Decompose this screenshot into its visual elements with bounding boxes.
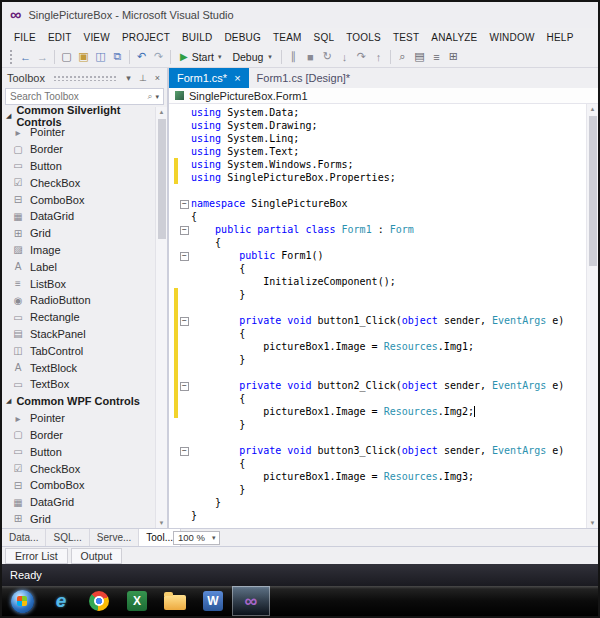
internet-explorer-icon[interactable]: e bbox=[42, 586, 80, 616]
menu-item-window[interactable]: WINDOW bbox=[484, 32, 541, 43]
code-line[interactable]: } bbox=[169, 353, 584, 366]
start-button[interactable] bbox=[2, 586, 42, 616]
code-line[interactable]: − private void button1_Click(object send… bbox=[169, 314, 584, 327]
code-line[interactable]: { bbox=[169, 457, 584, 470]
document-tab-form1-cs-design[interactable]: Form1.cs [Design]* bbox=[249, 68, 359, 88]
code-line[interactable]: } bbox=[169, 483, 584, 496]
document-tab-form1-cs[interactable]: Form1.cs*× bbox=[169, 68, 249, 88]
collapse-minus-icon[interactable]: − bbox=[180, 200, 189, 209]
toolbox-item-image[interactable]: ▨Image bbox=[2, 242, 154, 259]
debug-configuration-dropdown[interactable]: Debug ▾ bbox=[227, 50, 276, 64]
undo-icon[interactable]: ↶ bbox=[133, 50, 150, 63]
toolbox-item-textblock[interactable]: ATextBlock bbox=[2, 359, 154, 376]
scroll-down-icon[interactable]: ▼ bbox=[590, 518, 596, 528]
window-position-icon[interactable]: ▾ bbox=[124, 73, 133, 83]
code-line[interactable]: { bbox=[169, 262, 584, 275]
toolbox-search-input[interactable] bbox=[10, 91, 147, 102]
folder-icon[interactable] bbox=[156, 586, 194, 616]
toolbox-item-grid[interactable]: ⊞Grid bbox=[2, 225, 154, 242]
excel-icon[interactable]: X bbox=[118, 586, 156, 616]
code-line[interactable]: } bbox=[169, 288, 584, 301]
code-line[interactable]: } bbox=[169, 496, 584, 509]
collapse-minus-icon[interactable]: − bbox=[180, 382, 189, 391]
toolbox-item-radiobutton[interactable]: ◉RadioButton bbox=[2, 292, 154, 309]
toolbox-item-datagrid[interactable]: ▦DataGrid bbox=[2, 208, 154, 225]
toolbox-item-stackpanel[interactable]: ▤StackPanel bbox=[2, 326, 154, 343]
break-all-icon[interactable]: ∥ bbox=[285, 50, 302, 63]
bottom-panel-tab-error-list[interactable]: Error List bbox=[5, 548, 68, 564]
code-line[interactable]: using System.Drawing; bbox=[169, 119, 584, 132]
code-line[interactable]: } bbox=[169, 509, 584, 522]
code-line[interactable]: pictureBox1.Image = Resources.Img1; bbox=[169, 340, 584, 353]
start-button-label[interactable]: Start bbox=[192, 51, 214, 63]
toolbox-item-grid[interactable]: ⊞Grid bbox=[2, 511, 154, 528]
visual-studio-icon[interactable]: ∞ bbox=[232, 586, 270, 616]
menu-item-tools[interactable]: TOOLS bbox=[340, 32, 387, 43]
code-line[interactable]: using System.Text; bbox=[169, 145, 584, 158]
menu-item-edit[interactable]: EDIT bbox=[42, 32, 78, 43]
menu-item-debug[interactable]: DEBUG bbox=[218, 32, 267, 43]
menu-item-team[interactable]: TEAM bbox=[267, 32, 308, 43]
solution-explorer-icon[interactable]: ▤ bbox=[411, 50, 428, 63]
menu-item-analyze[interactable]: ANALYZE bbox=[425, 32, 483, 43]
stop-icon[interactable]: ■ bbox=[302, 51, 319, 63]
toolwindow-tab-serve[interactable]: Serve... bbox=[90, 529, 139, 546]
toolbox-item-listbox[interactable]: ≡ListBox bbox=[2, 275, 154, 292]
toolbox-section-common-silverlight-controls[interactable]: ◢Common Silverlight Controls bbox=[2, 107, 154, 124]
menu-item-sql[interactable]: SQL bbox=[308, 32, 341, 43]
step-out-icon[interactable]: ↑ bbox=[370, 51, 387, 63]
toolbox-item-combobox[interactable]: ⊟ComboBox bbox=[2, 477, 154, 494]
code-line[interactable] bbox=[169, 301, 584, 314]
code-line[interactable] bbox=[169, 366, 584, 379]
code-line[interactable]: pictureBox1.Image = Resources.Img2; bbox=[169, 405, 584, 418]
step-over-icon[interactable]: ↷ bbox=[353, 50, 370, 63]
properties-window-icon[interactable]: ≡ bbox=[428, 51, 445, 63]
save-all-icon[interactable]: ⧉ bbox=[109, 50, 126, 63]
code-line[interactable]: { bbox=[169, 327, 584, 340]
code-line[interactable] bbox=[169, 184, 584, 197]
start-play-icon[interactable]: ▶ bbox=[180, 51, 188, 62]
scrollbar-thumb[interactable] bbox=[158, 119, 166, 239]
toolbox-item-pointer[interactable]: ▸Pointer bbox=[2, 410, 154, 427]
toolbar-drag-handle-icon[interactable] bbox=[9, 49, 13, 64]
menu-item-view[interactable]: VIEW bbox=[78, 32, 116, 43]
collapse-minus-icon[interactable]: − bbox=[180, 317, 189, 326]
toolbox-item-checkbox[interactable]: ☑CheckBox bbox=[2, 174, 154, 191]
code-line[interactable]: using System.Windows.Forms; bbox=[169, 158, 584, 171]
menu-item-test[interactable]: TEST bbox=[387, 32, 425, 43]
title-bar[interactable]: ∞ SinglePictureBox - Microsoft Visual St… bbox=[2, 2, 598, 28]
scroll-down-icon[interactable]: ▼ bbox=[159, 518, 165, 528]
editor-scrollbar[interactable]: ▲ ▼ bbox=[586, 104, 598, 528]
code-line[interactable]: −namespace SinglePictureBox bbox=[169, 197, 584, 210]
menu-item-file[interactable]: FILE bbox=[8, 32, 42, 43]
code-line[interactable]: } bbox=[169, 418, 584, 431]
code-line[interactable]: InitializeComponent(); bbox=[169, 275, 584, 288]
close-icon[interactable]: × bbox=[234, 73, 240, 84]
close-icon[interactable]: × bbox=[153, 73, 162, 83]
menu-item-build[interactable]: BUILD bbox=[176, 32, 218, 43]
search-icon[interactable]: ⌕ bbox=[147, 91, 152, 102]
code-line[interactable]: { bbox=[169, 210, 584, 223]
bottom-panel-tab-output[interactable]: Output bbox=[71, 548, 123, 564]
auto-hide-pin-icon[interactable]: ⊥ bbox=[137, 73, 149, 83]
toolbox-section-common-wpf-controls[interactable]: ◢Common WPF Controls bbox=[2, 393, 154, 410]
code-line[interactable]: − public Form1() bbox=[169, 249, 584, 262]
toolbox-item-checkbox[interactable]: ☑CheckBox bbox=[2, 460, 154, 477]
collapse-minus-icon[interactable]: − bbox=[180, 226, 189, 235]
collapse-minus-icon[interactable]: − bbox=[180, 252, 189, 261]
scrollbar-track[interactable] bbox=[587, 114, 598, 518]
toolbox-item-datagrid[interactable]: ▦DataGrid bbox=[2, 494, 154, 511]
menu-item-help[interactable]: HELP bbox=[541, 32, 580, 43]
search-options-icon[interactable]: ▾ bbox=[155, 93, 159, 101]
scrollbar-track[interactable] bbox=[156, 117, 167, 518]
start-dropdown-icon[interactable]: ▾ bbox=[218, 53, 222, 61]
code-line[interactable]: − private void button3_Click(object send… bbox=[169, 444, 584, 457]
toolbox-item-tabcontrol[interactable]: ◫TabControl bbox=[2, 342, 154, 359]
menu-item-project[interactable]: PROJECT bbox=[116, 32, 176, 43]
toolbox-scrollbar[interactable]: ▲ ▼ bbox=[155, 107, 167, 528]
code-line[interactable]: − private void button2_Click(object send… bbox=[169, 379, 584, 392]
toolbox-item-combobox[interactable]: ⊟ComboBox bbox=[2, 191, 154, 208]
toolbox-drag-handle-icon[interactable] bbox=[53, 75, 116, 81]
step-into-icon[interactable]: ↓ bbox=[336, 51, 353, 63]
nav-forward-icon[interactable]: → bbox=[34, 51, 51, 63]
